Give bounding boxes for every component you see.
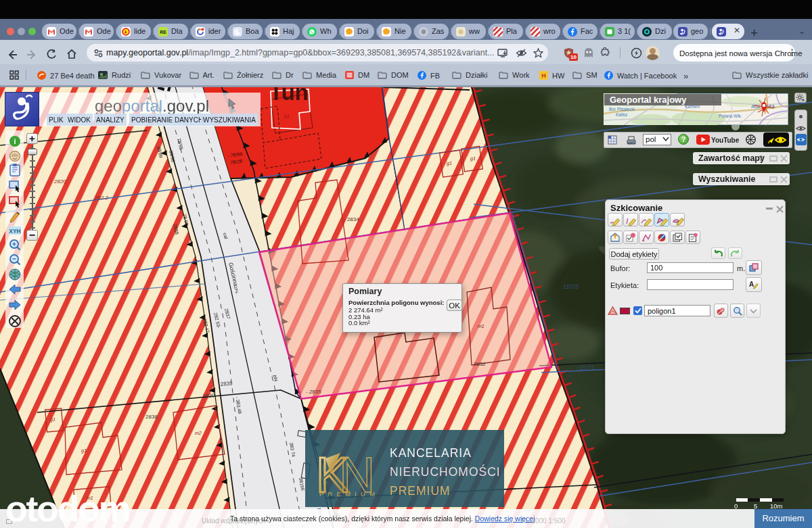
svg-text:61: 61 bbox=[284, 114, 290, 119]
svg-text:H: H bbox=[541, 72, 546, 79]
svg-text:2835: 2835 bbox=[220, 380, 233, 387]
svg-text:m2: m2 bbox=[195, 431, 202, 435]
svg-text:Geoportal krajowy: Geoportal krajowy bbox=[610, 95, 687, 105]
svg-text:g1: g1 bbox=[81, 448, 87, 454]
svg-text:WMS: WMS bbox=[628, 141, 635, 145]
svg-text:Tun: Tun bbox=[269, 86, 309, 105]
svg-text:- 2835: - 2835 bbox=[306, 389, 321, 395]
svg-text:RE: RE bbox=[160, 30, 166, 34]
svg-text:Kalisz: Kalisz bbox=[616, 112, 627, 117]
svg-text:2820: 2820 bbox=[53, 178, 66, 185]
svg-text:2838: 2838 bbox=[145, 414, 158, 420]
svg-text:XYH: XYH bbox=[9, 228, 20, 235]
svg-text:NIERUCHOMOŚCI: NIERUCHOMOŚCI bbox=[390, 464, 501, 479]
svg-text:i: i bbox=[14, 137, 16, 145]
svg-text:282 2: 282 2 bbox=[94, 195, 109, 201]
svg-text:2830: 2830 bbox=[202, 392, 215, 400]
svg-text:YouTube: YouTube bbox=[711, 137, 740, 144]
svg-text:Polana Wlk.: Polana Wlk. bbox=[719, 114, 742, 118]
svg-text:157/3: 157/3 bbox=[563, 283, 579, 290]
svg-text:g1: g1 bbox=[470, 156, 476, 162]
svg-text:g1: g1 bbox=[447, 161, 452, 166]
svg-text:Bór Pbiałecki: Bór Pbiałecki bbox=[609, 107, 635, 112]
svg-text:PREMIUM: PREMIUM bbox=[390, 484, 451, 498]
svg-text:157/1: 157/1 bbox=[579, 364, 595, 371]
svg-text:m1: m1 bbox=[478, 324, 484, 329]
svg-text:KANCELARIA: KANCELARIA bbox=[390, 446, 472, 460]
svg-text:PREMIUM: PREMIUM bbox=[319, 490, 379, 498]
svg-text:g1: g1 bbox=[50, 417, 55, 423]
svg-text:- 2834: - 2834 bbox=[344, 216, 359, 222]
svg-text:2832: 2832 bbox=[474, 361, 486, 367]
svg-text:A: A bbox=[749, 281, 754, 288]
